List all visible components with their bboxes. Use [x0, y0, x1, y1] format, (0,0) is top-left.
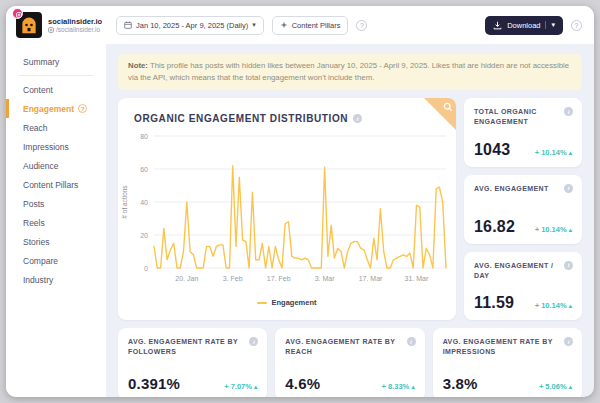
trend-up-icon: ▴ [411, 383, 414, 390]
svg-text:# of actions: # of actions [121, 185, 128, 219]
main-content: Note: This profile has posts with hidden… [106, 44, 594, 397]
svg-text:80: 80 [140, 133, 148, 140]
stat-card-rate-by-impressions: AVG. ENGAGEMENT RATE BY IMPRESSIONS i 3.… [433, 328, 582, 397]
sidebar-item-summary[interactable]: Summary [6, 52, 106, 71]
content-pillars-label: Content Pillars [292, 21, 341, 30]
svg-text:17. Mar: 17. Mar [359, 275, 383, 282]
stat-card-total-organic-engagement: TOTAL ORGANIC ENGAGEMENT i 1043 + 10.14%… [464, 98, 582, 167]
trend-up-icon: ▴ [569, 149, 572, 156]
sidebar-item-audience[interactable]: Audience [6, 156, 106, 175]
sidebar-item-compare[interactable]: Compare [6, 251, 106, 270]
stat-card-avg-engagement: AVG. ENGAGEMENT i 16.82 + 10.14% ▴ [464, 175, 582, 244]
stat-delta: + 5.06% ▴ [539, 382, 572, 391]
sidebar-item-posts[interactable]: Posts [6, 194, 106, 213]
stat-delta: + 10.14% ▴ [535, 301, 572, 310]
download-icon [493, 21, 502, 30]
legend-line-icon [257, 302, 267, 304]
help-icon[interactable]: ? [356, 20, 367, 31]
engagement-chart[interactable]: 02040608020. Jan3. Feb17. Feb3. Mar17. M… [118, 126, 456, 292]
date-range-label: Jan 10, 2025 - Apr 9, 2025 (Daily) [136, 21, 248, 30]
stat-delta: + 7.07% ▴ [224, 382, 257, 391]
svg-text:0: 0 [144, 265, 148, 272]
profile-handle: /socialinsider.io [56, 26, 100, 33]
stat-delta: + 10.14% ▴ [535, 148, 572, 157]
profile-name: socialinsider.io [48, 17, 102, 27]
help-icon[interactable]: ? [78, 104, 87, 113]
stat-value: 0.391% [128, 375, 180, 392]
info-icon[interactable]: i [353, 114, 362, 123]
engagement-distribution-card: ORGANIC ENGAGEMENT DISTRIBUTION i 020406… [118, 98, 456, 320]
note-prefix: Note: [128, 61, 148, 70]
trend-up-icon: ▴ [569, 226, 572, 233]
svg-text:31. Mar: 31. Mar [405, 275, 429, 282]
note-text: This profile has posts with hidden likes… [128, 61, 569, 82]
help-icon[interactable]: ? [571, 20, 582, 31]
download-button[interactable]: Download ▾ [485, 16, 563, 35]
download-caret-icon: ▾ [545, 21, 555, 29]
sidebar-item-impressions[interactable]: Impressions [6, 137, 106, 156]
sidebar-item-reels[interactable]: Reels [6, 213, 106, 232]
info-icon[interactable]: i [564, 261, 573, 270]
kpi-column: TOTAL ORGANIC ENGAGEMENT i 1043 + 10.14%… [464, 98, 582, 320]
sidebar-divider [18, 75, 94, 76]
search-icon [443, 102, 453, 112]
sidebar-item-content[interactable]: Content [6, 80, 106, 99]
stat-card-rate-by-followers: AVG. ENGAGEMENT RATE BY FOLLOWERS i 0.39… [118, 328, 267, 397]
svg-text:17. Feb: 17. Feb [267, 275, 291, 282]
download-label: Download [507, 21, 540, 30]
sidebar-item-industry[interactable]: Industry [6, 270, 106, 289]
date-range-picker[interactable]: Jan 10, 2025 - Apr 9, 2025 (Daily) ▾ [116, 16, 264, 35]
stat-delta: + 8.33% ▴ [382, 382, 415, 391]
sidebar-item-engagement[interactable]: Engagement ? [6, 99, 106, 118]
sparkle-icon [280, 21, 288, 29]
content-pillars-button[interactable]: Content Pillars [272, 16, 349, 35]
stat-card-avg-engagement-day: AVG. ENGAGEMENT / DAY i 11.59 + 10.14% ▴ [464, 252, 582, 321]
sidebar-item-stories[interactable]: Stories [6, 232, 106, 251]
svg-text:20. Jan: 20. Jan [175, 275, 198, 282]
instagram-badge-icon [12, 8, 23, 19]
mascot-logo-icon [19, 15, 39, 35]
svg-text:3. Feb: 3. Feb [223, 275, 243, 282]
stat-value: 4.6% [285, 375, 320, 392]
chart-title: ORGANIC ENGAGEMENT DISTRIBUTION [134, 113, 348, 124]
calendar-icon [124, 21, 132, 29]
svg-text:20: 20 [140, 232, 148, 239]
stat-value: 16.82 [474, 218, 515, 236]
trend-up-icon: ▴ [569, 302, 572, 309]
sidebar-item-content-pillars[interactable]: Content Pillars [6, 175, 106, 194]
stat-card-rate-by-reach: AVG. ENGAGEMENT RATE BY REACH i 4.6% + 8… [275, 328, 424, 397]
legend-label: Engagement [271, 298, 316, 307]
top-bar: socialinsider.io /socialinsider.io Jan 1… [6, 6, 594, 44]
instagram-icon [48, 27, 54, 33]
trend-up-icon: ▴ [569, 383, 572, 390]
stat-value: 3.8% [443, 375, 478, 392]
stat-delta: + 10.14% ▴ [535, 225, 572, 234]
sidebar: Summary Content Engagement ? Reach Impre… [6, 44, 106, 397]
legend-item-engagement[interactable]: Engagement [118, 298, 456, 307]
app-window: socialinsider.io /socialinsider.io Jan 1… [6, 6, 594, 397]
profile-selector[interactable]: socialinsider.io /socialinsider.io [16, 12, 108, 38]
info-icon[interactable]: i [407, 337, 416, 346]
chart-zoom-corner[interactable] [424, 98, 456, 130]
chevron-down-icon: ▾ [252, 21, 256, 29]
rate-cards-row: AVG. ENGAGEMENT RATE BY FOLLOWERS i 0.39… [118, 328, 582, 397]
trend-up-icon: ▴ [254, 383, 257, 390]
profile-avatar [16, 12, 42, 38]
svg-text:60: 60 [140, 166, 148, 173]
svg-text:3. Mar: 3. Mar [315, 275, 336, 282]
info-icon[interactable]: i [564, 184, 573, 193]
hidden-likes-note: Note: This profile has posts with hidden… [118, 54, 582, 90]
svg-text:40: 40 [140, 199, 148, 206]
stat-value: 11.59 [474, 294, 514, 312]
sidebar-item-reach[interactable]: Reach [6, 118, 106, 137]
stat-value: 1043 [474, 141, 510, 159]
